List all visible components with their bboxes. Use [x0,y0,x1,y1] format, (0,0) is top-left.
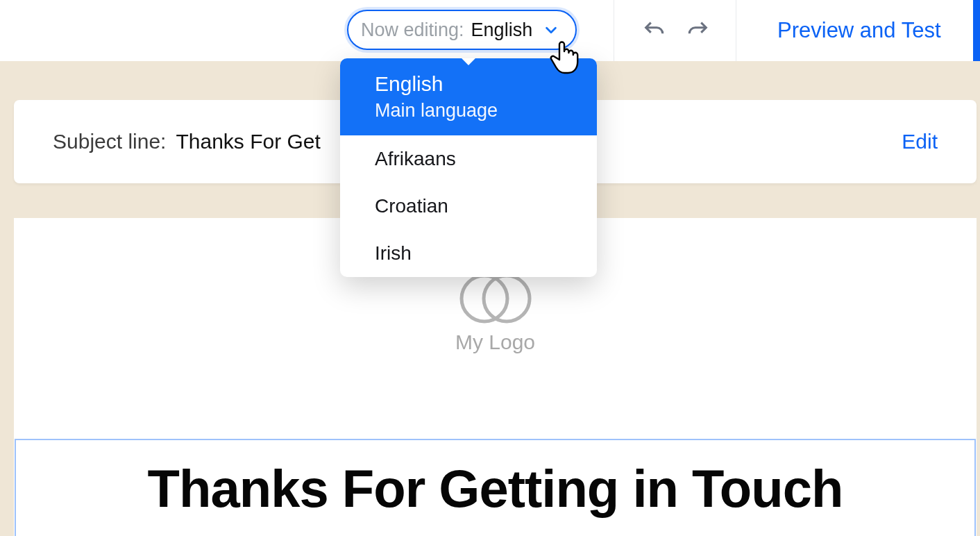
accent-bar [973,0,980,61]
chevron-down-icon [543,22,559,37]
toolbar-divider [736,0,736,61]
language-option-afrikaans[interactable]: Afrikaans [340,135,597,183]
language-option-croatian[interactable]: Croatian [340,183,597,230]
subject-line-label: Subject line: [53,130,166,153]
language-option-label: Irish [375,242,412,264]
toolbar-divider [614,0,614,61]
language-option-sublabel: Main language [375,100,562,122]
language-dropdown: English Main language Afrikaans Croatian… [340,58,597,277]
preview-and-test-button[interactable]: Preview and Test [777,0,941,61]
email-headline: Thanks For Getting in Touch [148,458,843,519]
logo-placeholder[interactable]: My Logo [14,264,977,354]
language-option-irish[interactable]: Irish [340,230,597,277]
logo-text: My Logo [455,330,535,354]
current-language: English [471,19,533,41]
redo-button[interactable] [683,15,713,46]
headline-block[interactable]: Thanks For Getting in Touch [15,439,976,536]
language-option-english[interactable]: English Main language [340,58,597,135]
undo-button[interactable] [639,15,669,46]
top-toolbar: Now editing: English Preview and Test [0,0,980,61]
language-option-label: Croatian [375,195,448,217]
subject-line-text: Thanks For Get [176,130,320,153]
language-option-label: Afrikaans [375,148,456,169]
language-selector[interactable]: Now editing: English [347,10,577,50]
language-option-label: English [375,72,562,96]
now-editing-label: Now editing: [361,19,464,41]
edit-subject-button[interactable]: Edit [902,130,938,153]
